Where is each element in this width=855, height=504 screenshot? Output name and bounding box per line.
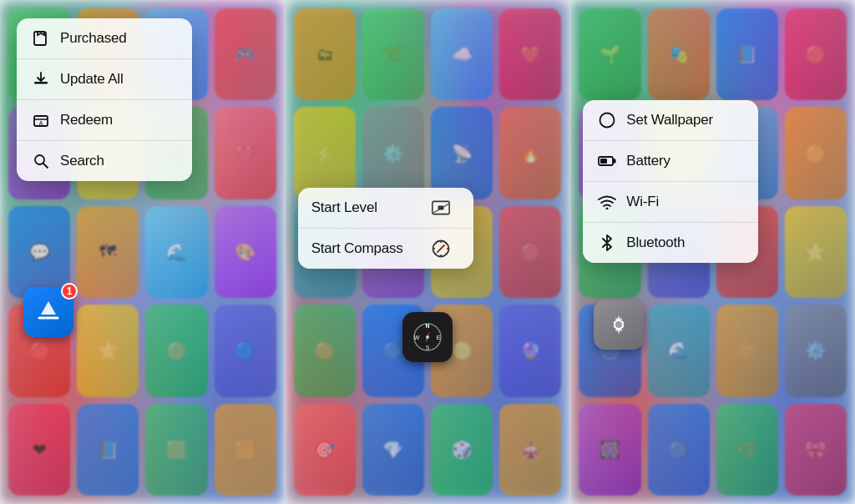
update-all-label: Update All — [60, 71, 124, 88]
svg-text:A: A — [39, 120, 43, 126]
redeem-icon: A — [32, 111, 50, 129]
svg-rect-24 — [600, 159, 607, 164]
menu-item-update-all[interactable]: Update All — [17, 59, 192, 100]
menu-item-battery[interactable]: Battery — [583, 141, 758, 182]
settings-app-icon-container[interactable] — [594, 300, 644, 350]
svg-text:E: E — [437, 335, 441, 340]
svg-text:S: S — [426, 345, 430, 350]
menu-item-redeem[interactable]: A Redeem — [17, 100, 192, 141]
wifi-label: Wi-Fi — [626, 194, 659, 210]
svg-point-22 — [600, 113, 615, 128]
context-menu-compass: Start Level Start Compass — [298, 188, 473, 269]
appstore-badge: 1 — [61, 283, 78, 300]
wallpaper-icon — [598, 111, 616, 129]
svg-rect-25 — [615, 159, 616, 164]
svg-text:W: W — [414, 335, 420, 340]
start-level-label: Start Level — [311, 199, 377, 216]
panel-left: 🎵 📷 🌤 🎮 🎲 ⭐ 📱 ❤️ 💬 🗺 🌊 🎨 🔴 🌟 🟢 🔵 ❤ 📘 🟩 🟧 — [0, 0, 285, 504]
purchased-label: Purchased — [60, 30, 126, 47]
compass-app-icon-container[interactable]: N S W E — [402, 312, 453, 362]
menu-item-bluetooth[interactable]: Bluetooth — [583, 223, 758, 263]
svg-point-28 — [615, 321, 622, 328]
start-compass-label: Start Compass — [311, 240, 403, 257]
bluetooth-icon — [598, 234, 616, 252]
svg-rect-1 — [34, 82, 48, 84]
level-icon — [432, 199, 450, 217]
context-menu-settings: Set Wallpaper Battery — [583, 100, 758, 263]
svg-point-4 — [35, 155, 44, 164]
divider-left-middle — [285, 0, 286, 504]
menu-item-wifi[interactable]: Wi-Fi — [583, 182, 758, 223]
wifi-icon — [598, 193, 616, 211]
set-wallpaper-label: Set Wallpaper — [626, 112, 713, 129]
search-icon — [32, 152, 50, 170]
menu-item-start-compass[interactable]: Start Compass — [298, 229, 473, 269]
update-all-icon — [32, 70, 50, 88]
panel-right: 🌱 🎭 📘 🔴 💜 ⚡ 💧 🟠 🟢 🔷 ❤️ ⭐ 🌀 🌊 🔆 ⚙️ 🎆 🔵 🌿 … — [570, 0, 855, 504]
panel-middle: 🗂 🌿 ☁️ ❤️ ⚡ ⚙️ 📡 🔥 🔷 💜 ⭐ 🔴 🟢 🔵 🟡 🔮 🎯 💎 🎲… — [286, 0, 570, 504]
context-menu-appstore: Purchased Update All A Redeem — [17, 18, 192, 181]
start-compass-left: Start Compass — [311, 240, 403, 257]
menu-item-purchased[interactable]: Purchased — [17, 18, 192, 59]
search-label: Search — [60, 153, 104, 169]
redeem-label: Redeem — [60, 112, 113, 129]
compass-wheel-icon — [432, 239, 450, 258]
svg-line-13 — [445, 253, 447, 255]
battery-label: Battery — [626, 153, 670, 169]
purchased-icon — [32, 29, 50, 48]
divider-middle-right — [569, 0, 570, 504]
svg-point-21 — [426, 335, 429, 339]
menu-item-set-wallpaper[interactable]: Set Wallpaper — [583, 100, 758, 141]
appstore-app-icon-container[interactable]: 1 — [23, 287, 73, 337]
svg-rect-6 — [438, 205, 443, 209]
svg-line-12 — [435, 243, 437, 244]
start-level-left: Start Level — [311, 199, 377, 216]
settings-app-icon — [594, 300, 644, 350]
menu-item-start-level[interactable]: Start Level — [298, 188, 473, 229]
bluetooth-label: Bluetooth — [626, 234, 685, 251]
menu-item-search[interactable]: Search — [17, 141, 192, 181]
svg-text:N: N — [425, 323, 429, 329]
svg-point-26 — [606, 208, 609, 210]
battery-icon — [598, 152, 616, 170]
compass-app-icon: N S W E — [402, 312, 453, 362]
